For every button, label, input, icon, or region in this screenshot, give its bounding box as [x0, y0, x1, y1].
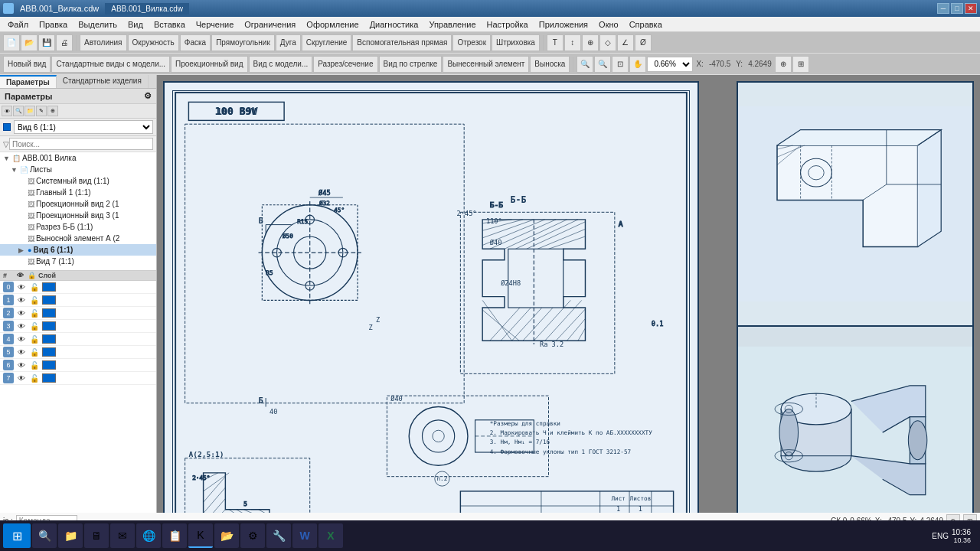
tb-btn5[interactable]: ∠: [617, 34, 634, 51]
drawing-area[interactable]: 100 В9V: [157, 75, 980, 513]
tb-btn3[interactable]: ⊕: [582, 34, 599, 51]
arc-button[interactable]: Дуга: [276, 34, 301, 51]
menu-settings[interactable]: Настройка: [482, 18, 533, 31]
section-button[interactable]: Разрез/сечение: [313, 56, 377, 73]
window-controls[interactable]: ─ □ ✕: [937, 3, 977, 14]
rect-button[interactable]: Прямоугольник: [211, 34, 275, 51]
tree-mainview-item[interactable]: 🖼 Главный 1 (1:1): [0, 187, 156, 198]
tree-detail-item[interactable]: 🖼 Выносной элемент А (2: [0, 233, 156, 244]
taskbar-files[interactable]: 📂: [214, 523, 239, 548]
panel-tool1[interactable]: 👁: [2, 106, 12, 116]
taskbar-settings[interactable]: ⚙: [240, 523, 265, 548]
menu-apps[interactable]: Приложения: [534, 18, 593, 31]
tree-view7-label: Вид 7 (1:1): [36, 257, 74, 266]
tree-section-item[interactable]: 🖼 Разрез Б-Б (1:1): [0, 221, 156, 233]
menu-insert[interactable]: Вставка: [149, 18, 190, 31]
svg-text:Z: Z: [368, 324, 372, 331]
hatch-button[interactable]: Штриховка: [492, 34, 540, 51]
menu-manage[interactable]: Управление: [424, 18, 480, 31]
layer-color-2: [42, 308, 56, 318]
tree-projview2-item[interactable]: 🖼 Проекционный вид 2 (1: [0, 198, 156, 210]
taskbar-kompas[interactable]: K: [188, 523, 213, 548]
pan-button[interactable]: ✋: [629, 56, 646, 73]
svg-text:Ra 3.2: Ra 3.2: [540, 341, 564, 348]
search-input[interactable]: [9, 138, 153, 150]
tb-btn2[interactable]: ↕: [564, 34, 581, 51]
toolbar-row1: 📄 📂 💾 🖨 Автолиния Окружность Фаска Прямо…: [0, 32, 980, 54]
layer-row-1: 1 👁 🔓: [0, 294, 156, 307]
menu-file[interactable]: Файл: [3, 18, 33, 31]
menu-diagnostics[interactable]: Диагностика: [365, 18, 423, 31]
taskbar-excel[interactable]: X: [318, 523, 343, 548]
tab-params[interactable]: Параметры: [0, 75, 57, 88]
tree-leaves-item[interactable]: ▼ 📄 Листы: [0, 164, 156, 175]
taskbar-word[interactable]: W: [292, 523, 317, 548]
maximize-button[interactable]: □: [951, 3, 963, 14]
view-icon8: 🖼: [28, 258, 34, 266]
fillet-button[interactable]: Скругление: [302, 34, 352, 51]
tree-projview3-item[interactable]: 🖼 Проекционный вид 3 (1: [0, 210, 156, 221]
panel-tool5[interactable]: ⊕: [47, 106, 58, 116]
grid-button[interactable]: ⊞: [792, 56, 809, 73]
new-button[interactable]: 📄: [3, 34, 20, 51]
aux-line-button[interactable]: Вспомогательная прямая: [352, 34, 452, 51]
taskbar-notes[interactable]: 📋: [162, 523, 187, 548]
snap-button[interactable]: ⊕: [775, 56, 792, 73]
panel-tool4[interactable]: ✎: [36, 106, 47, 116]
segment-button[interactable]: Отрезок: [452, 34, 491, 51]
tb-btn1[interactable]: T: [547, 34, 564, 51]
menu-view[interactable]: Вид: [123, 18, 148, 31]
tree-view7-item[interactable]: 🖼 Вид 7 (1:1): [0, 256, 156, 267]
view-from-model-button[interactable]: Вид с модели...: [249, 56, 313, 73]
layer-row-6: 6 👁 🔓: [0, 359, 156, 372]
taskbar-desktop[interactable]: 🖥: [84, 523, 109, 548]
start-button[interactable]: ⊞: [3, 523, 31, 548]
detail-view-button[interactable]: Вынесенный элемент: [443, 56, 529, 73]
minimize-button[interactable]: ─: [937, 3, 949, 14]
view-icon6: 🖼: [28, 235, 34, 243]
open-button[interactable]: 📂: [21, 34, 38, 51]
tree-sysview-label: Системный вид (1:1): [36, 177, 109, 185]
panel-tabs: Параметры Стандартные изделия: [0, 75, 156, 89]
chamfer-button[interactable]: Фаска: [180, 34, 211, 51]
zoom-in-button[interactable]: 🔍: [577, 56, 593, 73]
taskbar-search[interactable]: 🔍: [32, 523, 57, 548]
svg-text:2·45°: 2·45°: [192, 474, 210, 481]
panel-tool2[interactable]: 🔍: [13, 106, 24, 116]
tree-sysview-item[interactable]: 🖼 Системный вид (1:1): [0, 175, 156, 187]
menu-drafting[interactable]: Черчение: [191, 18, 239, 31]
taskbar-explorer[interactable]: 📁: [58, 523, 83, 548]
tree-view6-item[interactable]: ▶ ● Вид 6 (1:1): [0, 244, 156, 256]
taskbar-mail[interactable]: ✉: [110, 523, 135, 548]
zoom-select[interactable]: 0.66% 100% 50%: [647, 57, 693, 72]
tree-mainview-label: Главный 1 (1:1): [36, 188, 91, 197]
new-view-button[interactable]: Новый вид: [3, 56, 51, 73]
callout-button[interactable]: Выноска: [530, 56, 570, 73]
menu-constraints[interactable]: Ограничения: [240, 18, 300, 31]
settings-icon[interactable]: ⚙: [144, 91, 152, 101]
menu-edit[interactable]: Правка: [34, 18, 72, 31]
save-button[interactable]: 💾: [38, 34, 55, 51]
tab-std-parts[interactable]: Стандартные изделия: [57, 75, 149, 88]
menu-select[interactable]: Выделить: [74, 18, 122, 31]
proj-view-button[interactable]: Проекционный вид: [171, 56, 247, 73]
taskbar-browser[interactable]: 🌐: [136, 523, 161, 548]
tree-detail-label: Выносной элемент А (2: [36, 234, 119, 243]
view-arrow-button[interactable]: Вид по стрелке: [379, 56, 443, 73]
fit-button[interactable]: ⊡: [612, 56, 629, 73]
circle-button[interactable]: Окружность: [128, 34, 179, 51]
menu-help[interactable]: Справка: [625, 18, 667, 31]
close-button[interactable]: ✕: [965, 3, 977, 14]
menu-format[interactable]: Оформление: [302, 18, 363, 31]
tb-btn4[interactable]: ◇: [599, 34, 616, 51]
panel-tool3[interactable]: 📁: [24, 106, 35, 116]
zoom-out-button[interactable]: 🔍: [594, 56, 611, 73]
tree-root-item[interactable]: ▼ 📋 АВВ.001 Вилка: [0, 152, 156, 164]
print-button[interactable]: 🖨: [56, 34, 73, 51]
menu-window[interactable]: Окно: [594, 18, 623, 31]
autoline-button[interactable]: Автолиния: [80, 34, 127, 51]
taskbar-calc[interactable]: 🔧: [266, 523, 291, 548]
layer-dropdown[interactable]: Вид 6 (1:1) Системный слой Главный 1 (1:…: [14, 120, 153, 134]
std-views-button[interactable]: Стандартные виды с модели...: [51, 56, 170, 73]
tb-btn6[interactable]: Ø: [635, 34, 652, 51]
